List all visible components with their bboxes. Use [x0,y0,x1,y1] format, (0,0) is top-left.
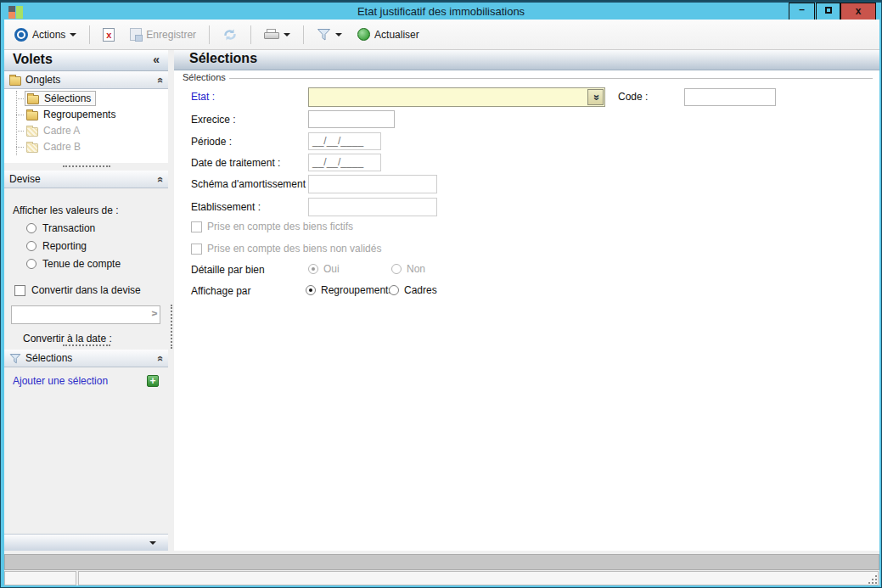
radio-icon [26,241,37,251]
devise-values-label: Afficher les valeurs de : [13,204,119,216]
print-dropdown-icon[interactable] [284,33,290,36]
refresh-arrows-icon [222,28,238,42]
convert-date-label: Convertir à la date : [23,333,112,344]
radio-icon [308,264,318,274]
add-selection-plus-button[interactable]: + [147,375,159,387]
delete-button[interactable]: x [98,25,120,44]
actions-target-icon [14,28,28,42]
close-icon: x [856,5,862,17]
status-cell-main [78,571,879,585]
toolbar: Actions x Enregistrer [4,20,879,50]
tree-item-selections[interactable]: Sélections [4,91,168,106]
section-devise-header[interactable]: Devise « [4,171,168,188]
actions-button[interactable]: Actions [9,25,81,44]
section-drag-handle[interactable] [63,344,110,346]
tree-item-label: Regroupements [43,109,115,120]
date-traitement-input[interactable]: __/__/____ [308,154,381,171]
sidebar-scroll-down[interactable] [4,534,168,551]
schema-amortissement-input[interactable] [308,175,437,193]
periode-input[interactable]: __/__/____ [308,132,381,150]
radio-label: Reporting [42,240,87,252]
main-title: Sélections [189,51,257,66]
main-header: Sélections [174,50,879,70]
sidebar-title: Volets [13,52,53,67]
minimize-icon: – [799,2,805,18]
application-window: Etat justificatif des immobilisations – … [0,0,882,588]
tree-item-cadre-b: Cadre B [4,139,168,154]
selections-form: Sélections Etat : « Code : Exrecice : Pé… [174,70,879,551]
main-panel: Sélections Sélections Etat : « Code : Ex… [174,50,879,551]
toolbar-separator [250,25,251,44]
folder-disabled-icon [26,143,38,153]
save-icon [130,28,142,41]
code-input[interactable] [684,88,776,106]
toolbar-separator [209,25,210,44]
radio-icon [391,264,402,274]
checkbox-icon [191,244,202,255]
affichage-par-label: Affichage par [191,285,251,297]
radio-icon [389,285,399,295]
radio-label: Regroupements [321,284,393,296]
periode-label: Période : [191,136,232,148]
minimize-button[interactable]: – [789,3,815,20]
exercice-input[interactable] [308,110,395,128]
checkbox-icon [191,221,202,232]
groupbox-border [179,78,873,79]
actualiser-label: Actualiser [374,29,419,41]
radio-icon [26,259,37,269]
radio-icon [26,223,37,233]
etablissement-label: Etablissement : [191,201,261,213]
panel-splitter[interactable] [168,50,174,551]
radio-transaction[interactable]: Transaction [26,222,95,234]
open-folder-icon [27,95,39,104]
sidebar-volets: Volets « Onglets « Sélections [4,50,168,551]
filter-dropdown-icon[interactable] [335,33,342,36]
devise-combobox[interactable]: v [11,305,160,324]
radio-label: Oui [323,263,340,275]
sidebar-header: Volets « [4,50,168,71]
checkbox-convertir-devise[interactable]: Convertir dans la devise [14,284,141,296]
checkbox-biens-fictifs: Prise en compte des biens fictifs [191,221,353,232]
splitter-grip[interactable] [171,305,172,349]
maximize-button[interactable] [816,3,840,20]
status-bar [4,571,879,585]
add-selection-link[interactable]: Ajouter une sélection [13,375,108,387]
tree-item-label: Cadre A [43,125,80,137]
etat-combo-button[interactable]: « [587,89,604,105]
window-title: Etat justificatif des immobilisations [1,5,881,18]
radio-reporting[interactable]: Reporting [26,240,87,252]
window-content: Actions x Enregistrer [4,20,879,585]
radio-affichage-cadres[interactable]: Cadres [389,284,437,296]
collapse-panel-icon[interactable]: « [153,53,160,66]
actions-label: Actions [32,29,65,41]
section-onglets-header[interactable]: Onglets « [4,71,168,89]
radio-affichage-regroupements[interactable]: Regroupements [306,284,393,296]
print-button[interactable] [259,26,295,43]
bottom-gray-bar [4,554,879,570]
chevron-down-icon: v [148,311,158,316]
date-traitement-label: Date de traitement : [191,157,280,169]
radio-label: Cadres [404,284,437,296]
refresh-button [217,25,243,44]
chevron-up-icon[interactable]: « [154,77,166,82]
tree-item-cadre-a: Cadre A [4,123,168,138]
etat-combobox[interactable]: « [308,87,605,107]
resize-grip[interactable] [867,574,877,584]
radio-tenue-de-compte[interactable]: Tenue de compte [26,258,121,270]
maximize-icon [825,7,832,14]
save-label: Enregistrer [146,29,196,41]
section-drag-handle[interactable] [63,165,110,167]
chevron-up-icon[interactable]: « [154,356,166,361]
titlebar: Etat justificatif des immobilisations – … [1,1,881,20]
actualiser-button[interactable]: Actualiser [352,25,424,43]
status-cell-left [4,571,76,585]
tree-item-regroupements[interactable]: Regroupements [4,107,168,122]
filter-button[interactable] [312,25,347,43]
section-selections-header[interactable]: Sélections « [4,350,168,367]
toolbar-separator [303,25,304,44]
radio-label: Tenue de compte [42,258,121,270]
detaille-par-bien-label: Détaille par bien [191,264,265,276]
close-button[interactable]: x [840,3,876,20]
chevron-up-icon[interactable]: « [154,176,166,182]
etablissement-input[interactable] [308,198,437,216]
